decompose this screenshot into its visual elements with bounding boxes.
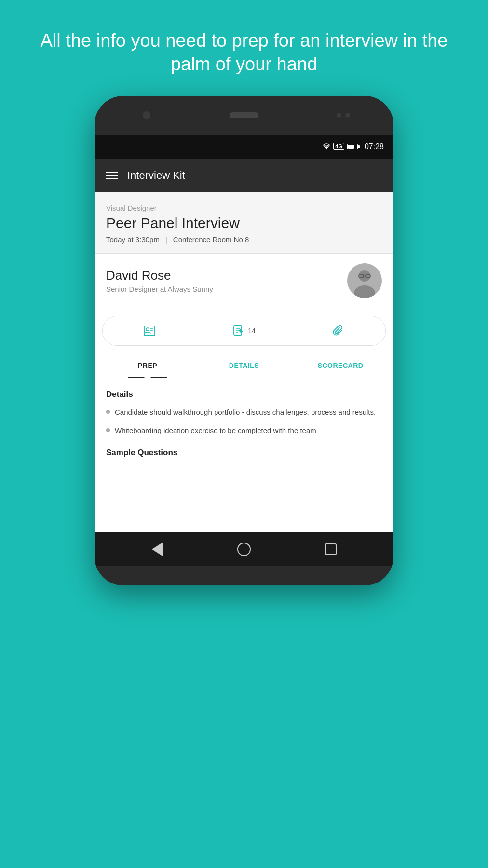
speaker: [230, 112, 258, 118]
profile-button[interactable]: [103, 316, 197, 345]
phone-nav-bar: [95, 532, 393, 566]
paperclip-icon: [332, 325, 345, 337]
bullet-item-2: Whiteboarding ideation exercise to be co…: [106, 425, 382, 436]
tagline: All the info you need to prep for an int…: [0, 0, 488, 96]
profile-icon: [143, 325, 156, 337]
candidate-title: Senior Designer at Always Sunny: [106, 285, 213, 293]
candidate-name: David Rose: [106, 268, 213, 283]
svg-point-8: [146, 328, 149, 331]
camera-left: [143, 111, 150, 119]
attachments-button[interactable]: [291, 316, 385, 345]
battery-icon: [347, 144, 360, 149]
nav-home-button[interactable]: [235, 541, 253, 558]
app-content: Visual Designer Peer Panel Interview Tod…: [95, 192, 393, 532]
app-bar: Interview Kit: [95, 159, 393, 192]
home-icon: [237, 542, 251, 556]
camera-dots: [337, 113, 350, 118]
bullet-item-1: Candidate should walkthrough portfolio -…: [106, 407, 382, 418]
meta-divider: |: [165, 235, 167, 244]
notes-icon: [232, 325, 245, 337]
details-section-title: Details: [106, 390, 382, 399]
tab-prep-label: PREP: [138, 362, 157, 369]
app-title: Interview Kit: [127, 169, 185, 182]
interview-title: Peer Panel Interview: [106, 215, 382, 231]
interview-time: Today at 3:30pm: [106, 235, 160, 244]
camera-dot-2: [345, 113, 350, 118]
recent-icon: [325, 543, 337, 555]
svg-rect-15: [239, 329, 243, 333]
candidate-info: David Rose Senior Designer at Always Sun…: [106, 268, 213, 293]
interview-location: Conference Room No.8: [173, 235, 249, 244]
sample-questions-title: Sample Questions: [106, 448, 382, 458]
hamburger-line-3: [106, 178, 118, 179]
status-bar: 4G 07:28: [95, 135, 393, 159]
tab-details-label: DETAILS: [229, 362, 259, 369]
tabs-bar: PREP DETAILS SCORECARD: [95, 353, 393, 378]
interview-role: Visual Designer: [106, 204, 382, 212]
back-icon: [152, 542, 163, 556]
notes-button[interactable]: 14: [197, 316, 292, 345]
interview-meta: Today at 3:30pm | Conference Room No.8: [106, 235, 382, 244]
interview-header: Visual Designer Peer Panel Interview Tod…: [95, 192, 393, 254]
notes-count: 14: [248, 327, 256, 335]
network-icon: 4G: [333, 143, 344, 150]
phone-bottom-edge: [95, 566, 393, 585]
candidate-section: David Rose Senior Designer at Always Sun…: [95, 254, 393, 308]
tab-scorecard-label: SCORECARD: [318, 362, 364, 369]
status-icons: 4G 07:28: [323, 142, 384, 151]
action-buttons-row: 14: [102, 316, 386, 346]
tab-prep[interactable]: PREP: [99, 353, 196, 378]
bullet-dot-2: [106, 428, 110, 432]
status-time: 07:28: [365, 142, 384, 151]
hamburger-menu[interactable]: [106, 172, 118, 179]
tab-scorecard[interactable]: SCORECARD: [292, 353, 389, 378]
bullet-dot-1: [106, 410, 110, 414]
phone-shell: 4G 07:28 Interview Kit Visual Designer P…: [95, 96, 393, 585]
phone-top: [95, 96, 393, 135]
bullet-text-2: Whiteboarding ideation exercise to be co…: [115, 425, 316, 436]
svg-point-0: [326, 149, 327, 149]
bullet-text-1: Candidate should walkthrough portfolio -…: [115, 407, 376, 418]
avatar-image: [347, 263, 382, 298]
tab-details[interactable]: DETAILS: [196, 353, 292, 378]
nav-recent-button[interactable]: [322, 541, 339, 558]
nav-back-button[interactable]: [149, 541, 166, 558]
tab-content-prep: Details Candidate should walkthrough por…: [95, 378, 393, 532]
hamburger-line-2: [106, 175, 118, 176]
candidate-avatar[interactable]: [347, 263, 382, 298]
hamburger-line-1: [106, 172, 118, 173]
wifi-icon: [323, 143, 330, 150]
details-bullet-list: Candidate should walkthrough portfolio -…: [106, 407, 382, 436]
camera-dot-1: [337, 113, 341, 118]
